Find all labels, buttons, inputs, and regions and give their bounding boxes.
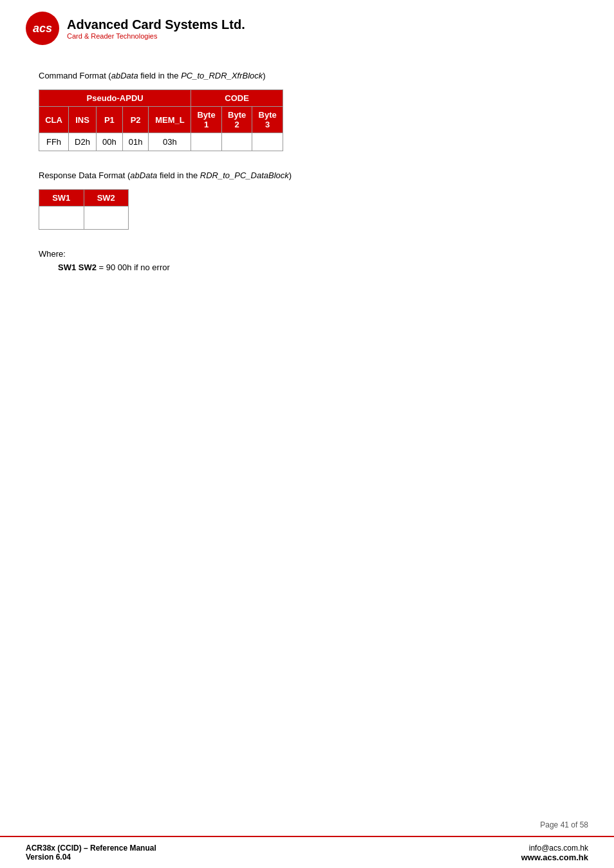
cell-cla: FFh [39,133,69,151]
col-sw2: SW2 [84,190,129,207]
response-header: SW1 SW2 [39,190,129,207]
cell-p2: 01h [122,133,149,151]
cell-byte3 [252,133,283,151]
response-table: SW1 SW2 [39,189,129,230]
company-name: Advanced Card Systems Ltd. [67,17,245,32]
table-row [39,207,129,230]
cell-meml: 03h [149,133,191,151]
cell-byte1 [191,133,222,151]
logo-container: acs Advanced Card Systems Ltd. Card & Re… [26,12,245,45]
col-p2: P2 [122,107,149,133]
email: info@acs.com.hk [529,844,588,853]
main-content: Command Format (abData field in the PC_t… [0,51,614,324]
sw1-sw2-value: = 90 00h if no error [97,263,170,272]
cell-p1: 00h [97,133,123,151]
command-format-text: Command Format (abData field in the PC_t… [39,71,575,80]
col-byte3: Byte3 [252,107,283,133]
acs-logo: acs [26,12,59,45]
col-meml: MEM_L [149,107,191,133]
where-label: Where: [39,249,575,259]
sw1-sw2-label: SW1 SW2 [58,263,97,272]
company-tagline: Card & Reader Technologies [67,32,245,40]
pseudo-apdu-table-wrapper: Pseudo-APDU CODE CLA INS P1 P2 MEM_L Byt… [39,89,575,151]
col-cla: CLA [39,107,69,133]
col-byte2: Byte2 [221,107,252,133]
footer-right: info@acs.com.hk www.acs.com.hk [521,844,588,862]
col-byte1: Byte1 [191,107,222,133]
col-p1: P1 [97,107,123,133]
where-section: Where: SW1 SW2 = 90 00h if no error [39,249,575,272]
cell-sw2 [84,207,129,230]
page-number: Page 41 of 58 [540,820,588,829]
company-info: Advanced Card Systems Ltd. Card & Reader… [67,17,245,40]
manual-title: ACR38x (CCID) – Reference Manual [26,844,156,853]
col-ins: INS [69,107,97,133]
pseudo-apdu-table: Pseudo-APDU CODE CLA INS P1 P2 MEM_L Byt… [39,89,283,151]
response-format-text: Response Data Format (abData field in th… [39,171,575,180]
col-sw1: SW1 [39,190,84,207]
cell-ins: D2h [69,133,97,151]
where-item: SW1 SW2 = 90 00h if no error [39,263,575,272]
cell-sw1 [39,207,84,230]
cell-byte2 [221,133,252,151]
table-row: FFh D2h 00h 01h 03h [39,133,283,151]
pseudo-apdu-header-sub: CLA INS P1 P2 MEM_L Byte1 Byte2 Byte3 [39,107,283,133]
response-table-wrapper: SW1 SW2 [39,189,575,230]
page-header: acs Advanced Card Systems Ltd. Card & Re… [0,0,614,51]
pseudo-apdu-header-main: Pseudo-APDU CODE [39,90,283,107]
footer-left: ACR38x (CCID) – Reference Manual Version… [26,844,156,862]
version: Version 6.04 [26,853,71,862]
footer-bar: ACR38x (CCID) – Reference Manual Version… [0,836,614,868]
code-label: CODE [191,90,283,107]
pseudo-apdu-title: Pseudo-APDU [39,90,191,107]
website: www.acs.com.hk [521,853,588,862]
